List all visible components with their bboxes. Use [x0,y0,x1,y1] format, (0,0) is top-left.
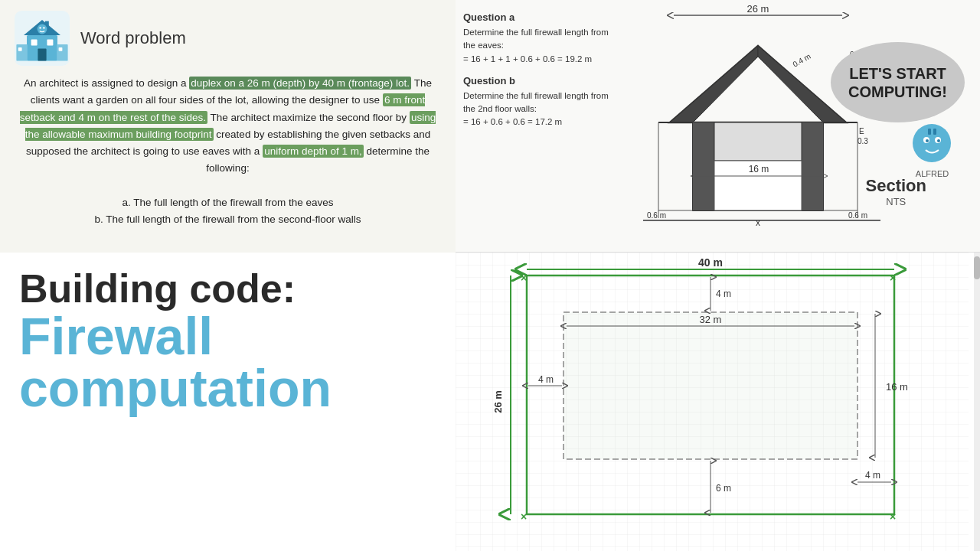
building-code-title: Building code: [19,268,436,310]
svg-rect-5 [38,49,46,61]
svg-text:×: × [521,510,527,523]
svg-text:E: E [859,127,864,135]
svg-text:16 m: 16 m [749,164,769,174]
text2: The architect maximize the second floor … [210,112,407,123]
svg-rect-8 [57,44,67,61]
question-a-text: Determine the full firewall length from … [463,26,620,66]
questions-area: Question a Determine the full firewall l… [456,0,628,252]
computation-title: computation [19,362,436,414]
right-panel: Question a Determine the full firewall l… [456,0,980,551]
svg-text:x: x [756,217,760,228]
firewall-title: Firewall [19,310,436,362]
svg-text:×: × [890,272,896,284]
svg-rect-4 [47,40,53,46]
house-diagram: 26 m [628,0,980,252]
svg-text:26 m: 26 m [747,3,769,15]
svg-text:4 m: 4 m [538,374,554,385]
svg-text:40 m: 40 m [698,256,723,269]
item-a: a. The full length of the firewall from … [122,197,334,208]
problem-text: An architect is assigned to design a dup… [11,75,444,228]
scrollbar[interactable] [974,253,980,551]
svg-rect-23 [802,122,823,210]
intro-text: An architect is assigned to design a [24,77,186,89]
svg-rect-45 [928,129,931,135]
section-label: Section NTS [866,176,926,207]
svg-rect-6 [16,44,27,61]
svg-point-12 [39,27,41,28]
svg-rect-22 [693,122,714,210]
building-icon [11,8,73,69]
floor-plan-svg: 40 m [456,253,969,551]
svg-point-43 [926,139,929,142]
item-b: b. The full length of the firewall from … [95,214,361,225]
svg-rect-7 [18,47,22,51]
top-left-section: Word problem An architect is assigned to… [0,0,456,245]
floor-plan: 40 m [456,253,980,551]
scrollbar-thumb[interactable] [974,256,980,279]
svg-text:26 m: 26 m [492,390,504,413]
svg-rect-46 [933,129,936,135]
svg-point-13 [43,27,44,28]
svg-rect-24 [714,122,802,161]
word-problem-title: Word problem [80,28,186,48]
svg-rect-9 [59,47,63,51]
alfred-character: ALFRED [911,122,953,178]
svg-rect-3 [31,40,38,46]
top-right-section: Question a Determine the full firewall l… [456,0,980,253]
svg-text:×: × [890,510,896,523]
svg-text:4 m: 4 m [865,470,880,481]
svg-text:0.6 m: 0.6 m [647,211,666,220]
question-a-label: Question a [463,11,620,23]
svg-text:16 m: 16 m [886,381,908,393]
highlight-depth: uniform depth of 1 m, [263,145,364,158]
question-b-label: Question b [463,75,620,86]
header-area: Word problem [11,8,444,69]
svg-point-40 [913,124,951,162]
svg-point-44 [937,139,940,142]
svg-point-11 [38,24,47,34]
bottom-left-section: Building code: Firewall computation [0,253,456,551]
computing-bubble: LET'S START COMPUTING! [831,42,965,122]
svg-text:0.6 m: 0.6 m [848,211,867,220]
svg-rect-58 [564,312,858,459]
question-b-text: Determine the full firewall length from … [463,90,620,129]
svg-text:0.3: 0.3 [858,137,868,145]
section-text: Section [866,176,926,196]
svg-text:×: × [521,272,527,284]
svg-text:4 m: 4 m [716,289,731,299]
svg-text:32 m: 32 m [700,314,722,325]
highlight-lot: duplex on a 26 m (depth) by 40 m (fronta… [189,77,411,90]
svg-text:6 m: 6 m [716,483,731,494]
alfred-svg [911,122,953,165]
nts-text: NTS [866,196,926,207]
left-panel: Word problem An architect is assigned to… [0,0,456,551]
